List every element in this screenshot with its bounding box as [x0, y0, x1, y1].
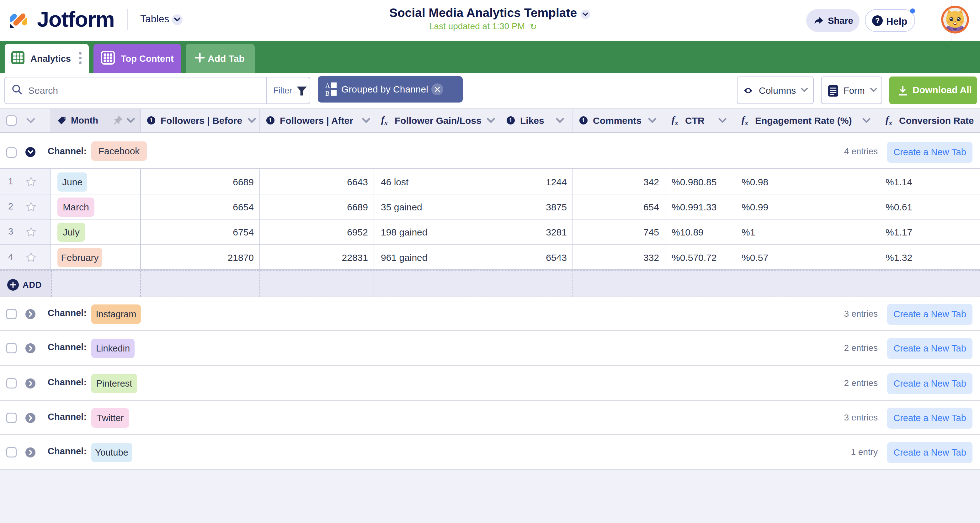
svg-text:A: A — [325, 82, 330, 89]
svg-text:B: B — [325, 90, 329, 97]
